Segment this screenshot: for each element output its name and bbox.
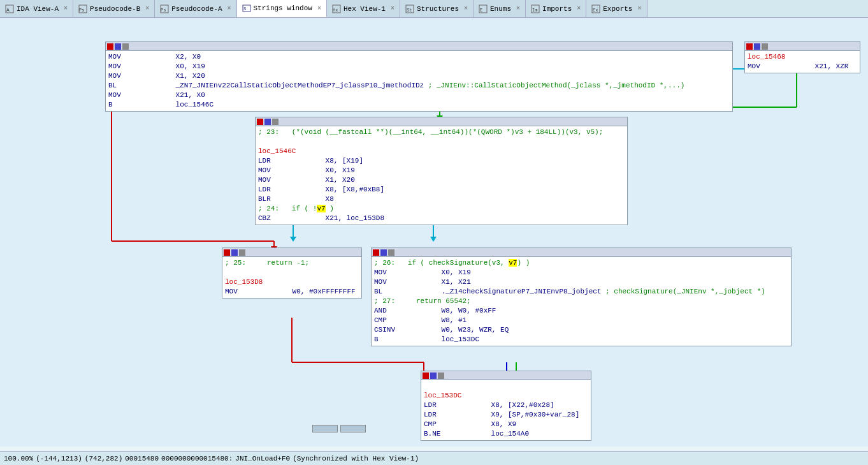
tab-close-enums[interactable]: × — [516, 5, 520, 12]
block-btn-blue-4 — [380, 249, 387, 256]
tab-close-pseudocode-b[interactable]: × — [145, 5, 149, 12]
block-btn-red-5 — [423, 373, 429, 379]
svg-text:Hx: Hx — [333, 8, 338, 13]
code-block-3: ; 25: return -1; loc_153D8 MOV W0, #0xFF… — [222, 247, 362, 299]
tab-strings-window[interactable]: S Strings window × — [237, 0, 327, 17]
tab-exports[interactable]: Ex Exports × — [586, 0, 647, 17]
tab-label-pseudocode-a: Pseudocode-A — [171, 5, 222, 13]
block-btn-gray-1 — [122, 43, 129, 50]
block-header-2 — [256, 117, 627, 126]
status-full-address: 0000000000015480: — [161, 455, 233, 462]
status-coords: (-144,1213) — [36, 455, 82, 462]
tab-label-ida-view-a: IDA View-A — [17, 5, 59, 13]
status-symbol: JNI_OnLoad+F0 — [235, 455, 290, 462]
tab-close-strings-window[interactable]: × — [317, 5, 321, 12]
block-btn-red-2 — [257, 119, 263, 125]
block-content-3[interactable]: ; 25: return -1; loc_153D8 MOV W0, #0xFF… — [222, 257, 361, 298]
block-content-1b[interactable]: loc_15468 MOV X21, XZR — [745, 51, 860, 73]
svg-marker-29 — [430, 237, 437, 242]
block-btn-red-1b — [746, 43, 753, 50]
block-content-1[interactable]: MOV X2, X0 MOV X0, X19 MOV X1, X20 BL _Z… — [106, 51, 732, 111]
tab-hex-view-1[interactable]: Hx Hex View-1 × — [327, 0, 400, 17]
tab-label-structures: Structures — [417, 5, 459, 13]
block-btn-blue-1b — [754, 43, 760, 50]
block-btn-blue-5 — [430, 373, 437, 379]
svg-marker-27 — [290, 237, 296, 242]
code-block-1: MOV X2, X0 MOV X0, X19 MOV X1, X20 BL _Z… — [105, 41, 733, 112]
code-block-2: ; 23: (*(void (__fastcall **)(__int64, _… — [255, 117, 628, 225]
code-block-5: loc_153DC LDR X8, [X22,#0x28] LDR X9, [S… — [421, 371, 591, 441]
svg-text:Ex: Ex — [593, 8, 598, 13]
minimap-block-left — [312, 425, 338, 432]
block-header-5 — [421, 371, 591, 380]
tab-label-strings-window: Strings window — [254, 4, 312, 12]
block-btn-red-4 — [373, 249, 379, 256]
status-address: 00015480 — [125, 455, 159, 462]
block-header-3 — [222, 248, 361, 257]
svg-text:Ps: Ps — [79, 8, 84, 13]
graph-canvas[interactable]: MOV X2, X0 MOV X0, X19 MOV X1, X20 BL _Z… — [0, 18, 868, 447]
block-btn-gray-4 — [388, 249, 394, 256]
status-sync: (Synchronized with Hex View-1) — [293, 455, 419, 462]
code-block-1b: loc_15468 MOV X21, XZR — [744, 41, 860, 73]
tab-label-exports: Exports — [603, 5, 632, 13]
tab-close-pseudocode-a[interactable]: × — [227, 5, 231, 12]
tab-close-structures[interactable]: × — [464, 5, 468, 12]
status-bar: 100.00% (-144,1213) (742,282) 00015480 0… — [0, 451, 868, 465]
tab-label-hex-view-1: Hex View-1 — [344, 5, 386, 13]
svg-text:Im: Im — [532, 8, 537, 13]
block-content-2[interactable]: ; 23: (*(void (__fastcall **)(__int64, _… — [256, 126, 627, 225]
minimap-area — [312, 425, 366, 432]
block-header-4 — [372, 248, 791, 257]
tab-close-imports[interactable]: × — [577, 5, 581, 12]
tab-close-hex-view-1[interactable]: × — [391, 5, 394, 12]
tab-structures[interactable]: St Structures × — [400, 0, 474, 17]
block-header-1b — [745, 42, 860, 51]
tab-imports[interactable]: Im Imports × — [526, 0, 586, 17]
tab-pseudocode-b[interactable]: Ps Pseudocode-B × — [73, 0, 155, 17]
tab-label-enums: Enums — [490, 5, 511, 13]
tab-ida-view-a[interactable]: A IDA View-A × — [0, 0, 73, 17]
status-mouse: (742,282) — [85, 455, 122, 462]
tab-enums[interactable]: E Enums × — [474, 0, 526, 17]
tab-label-pseudocode-b: Pseudocode-B — [90, 5, 140, 13]
status-zoom: 100.00% — [4, 455, 33, 462]
tab-label-imports: Imports — [542, 5, 572, 13]
block-btn-red-3 — [224, 249, 230, 256]
block-header-1 — [106, 42, 732, 51]
tab-close-exports[interactable]: × — [637, 5, 641, 12]
block-content-5[interactable]: loc_153DC LDR X8, [X22,#0x28] LDR X9, [S… — [421, 380, 591, 440]
tab-close-ida-view-a[interactable]: × — [64, 5, 68, 12]
svg-text:Ps: Ps — [161, 8, 166, 13]
minimap-block-right — [340, 425, 366, 432]
svg-text:A: A — [6, 7, 10, 13]
svg-text:E: E — [480, 8, 482, 13]
svg-text:St: St — [407, 8, 412, 13]
block-btn-gray-1b — [762, 43, 768, 50]
code-block-4: ; 26: if ( checkSignature(v3, v7) ) MOV … — [371, 247, 792, 346]
block-btn-red-1 — [107, 43, 113, 50]
block-content-4[interactable]: ; 26: if ( checkSignature(v3, v7) ) MOV … — [372, 257, 791, 346]
block-btn-gray-3 — [239, 249, 245, 256]
block-btn-blue-1 — [115, 43, 121, 50]
svg-text:S: S — [243, 6, 246, 11]
block-btn-blue-2 — [264, 119, 271, 125]
block-btn-gray-2 — [272, 119, 278, 125]
block-btn-gray-5 — [438, 373, 444, 379]
tab-pseudocode-a[interactable]: Ps Pseudocode-A × — [155, 0, 236, 17]
block-btn-blue-3 — [231, 249, 238, 256]
tab-bar: A IDA View-A × Ps Pseudocode-B × Ps Pseu… — [0, 0, 868, 18]
